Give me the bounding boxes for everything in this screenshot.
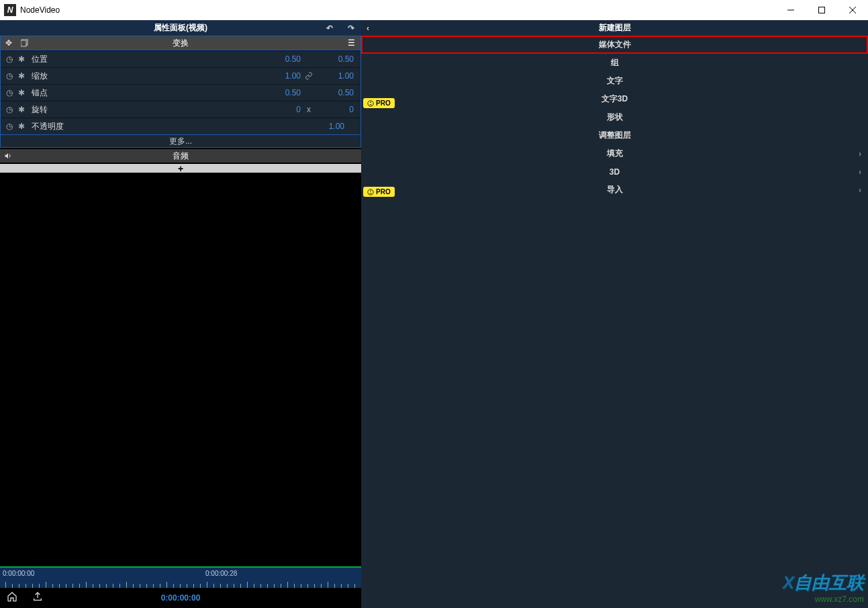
timeline-label-1: 0:00:00:28 xyxy=(205,570,237,577)
export-button[interactable] xyxy=(32,591,43,605)
maximize-button[interactable] xyxy=(806,0,837,20)
svg-point-7 xyxy=(370,101,371,103)
left-panel: 属性面板(视频) ↶ ↷ ✥ 变换 ☰ ◷ ✱ 位置 0.50 0.50 ◷ ✱ xyxy=(0,20,361,608)
property-row-position: ◷ ✱ 位置 0.50 0.50 xyxy=(1,50,360,67)
rotation-sep: x xyxy=(301,105,317,114)
minimize-button[interactable] xyxy=(775,0,806,20)
chevron-right-icon: › xyxy=(859,185,861,195)
menu-item-fill[interactable]: 填充› xyxy=(361,144,868,163)
timeline-label-start: 0:00:00:00 xyxy=(3,570,34,577)
menu-item-adjustment[interactable]: 调整图层 xyxy=(361,126,868,144)
anchor-x-value[interactable]: 0.50 xyxy=(264,88,301,97)
menu-item-shape[interactable]: 形状 xyxy=(361,108,868,126)
close-button[interactable] xyxy=(837,0,868,20)
copy-icon[interactable] xyxy=(17,39,33,47)
position-y-value[interactable]: 0.50 xyxy=(317,54,354,64)
move-icon: ✥ xyxy=(1,38,17,48)
gear-icon[interactable]: ✱ xyxy=(15,105,28,114)
property-row-rotation: ◷ ✱ 旋转 0 x 0 xyxy=(1,101,360,118)
back-button[interactable]: ‹ xyxy=(367,24,369,33)
pro-badge: PRO xyxy=(363,98,395,108)
property-row-scale: ◷ ✱ 缩放 1.00 1.00 xyxy=(1,67,360,84)
right-panel: ‹ 新建图层 媒体文件 组 文字 文字3D 形状 调整图层 填充› 3D› 导入… xyxy=(361,20,868,608)
stopwatch-icon[interactable]: ◷ xyxy=(3,71,15,81)
menu-item-3d[interactable]: 3D› xyxy=(361,163,868,181)
rotation-turns-value[interactable]: 0 xyxy=(264,105,301,114)
scale-label: 缩放 xyxy=(32,71,48,82)
svg-point-6 xyxy=(368,100,373,105)
new-layer-title: 新建图层 xyxy=(599,22,631,34)
gear-icon[interactable]: ✱ xyxy=(15,122,28,131)
audio-label: 音频 xyxy=(173,150,189,162)
menu-item-group[interactable]: 组 xyxy=(361,54,868,72)
add-row-button[interactable]: + xyxy=(0,164,361,173)
pro-badge: PRO xyxy=(363,187,395,197)
gear-icon[interactable]: ✱ xyxy=(15,88,28,97)
app-logo-icon: N xyxy=(4,4,16,16)
transform-label: 变换 xyxy=(173,38,189,49)
scale-x-value[interactable]: 1.00 xyxy=(264,71,301,81)
audio-section-header[interactable]: 音频 xyxy=(0,149,361,163)
new-layer-header: ‹ 新建图层 xyxy=(361,20,868,36)
anchor-label: 锚点 xyxy=(32,87,48,99)
more-button[interactable]: 更多... xyxy=(0,135,361,148)
menu-item-text3d[interactable]: 文字3D xyxy=(361,90,868,108)
stopwatch-icon[interactable]: ◷ xyxy=(3,54,15,64)
preview-area[interactable] xyxy=(0,173,361,566)
gear-icon[interactable]: ✱ xyxy=(15,54,28,64)
window-title: NodeVideo xyxy=(20,5,60,15)
svg-point-8 xyxy=(368,189,373,194)
current-time[interactable]: 0:00:00:00 xyxy=(161,593,201,603)
rotation-deg-value[interactable]: 0 xyxy=(317,105,354,114)
menu-item-media-file[interactable]: 媒体文件 xyxy=(361,36,868,54)
menu-item-text[interactable]: 文字 xyxy=(361,72,868,90)
anchor-y-value[interactable]: 0.50 xyxy=(317,88,354,97)
stopwatch-icon[interactable]: ◷ xyxy=(3,122,15,131)
undo-button[interactable]: ↶ xyxy=(326,24,333,33)
properties-panel-title: 属性面板(视频) xyxy=(154,22,207,34)
svg-point-9 xyxy=(370,190,371,191)
link-icon[interactable] xyxy=(301,72,317,80)
redo-button[interactable]: ↷ xyxy=(348,24,354,33)
property-row-opacity: ◷ ✱ 不透明度 1.00 xyxy=(1,118,360,134)
timeline[interactable]: 0:00:00:00 0:00:00:28 // ticks drawn aft… xyxy=(0,566,361,588)
window-titlebar: N NodeVideo xyxy=(0,0,868,20)
opacity-value[interactable]: 1.00 xyxy=(307,122,344,131)
property-row-anchor: ◷ ✱ 锚点 0.50 0.50 xyxy=(1,84,360,101)
position-label: 位置 xyxy=(32,54,48,65)
chevron-right-icon: › xyxy=(859,167,861,177)
svg-rect-5 xyxy=(21,40,26,46)
chevron-right-icon: › xyxy=(859,149,861,159)
rotation-label: 旋转 xyxy=(32,104,48,116)
speaker-icon xyxy=(0,152,16,160)
watermark: X自由互联 www.xz7.com xyxy=(783,571,864,604)
position-x-value[interactable]: 0.50 xyxy=(264,54,301,64)
opacity-label: 不透明度 xyxy=(32,121,64,132)
gear-icon[interactable]: ✱ xyxy=(15,71,28,81)
properties-panel-header: 属性面板(视频) ↶ ↷ xyxy=(0,20,361,36)
stopwatch-icon[interactable]: ◷ xyxy=(3,88,15,97)
transform-section-header[interactable]: ✥ 变换 ☰ xyxy=(0,36,361,50)
home-button[interactable] xyxy=(7,591,17,605)
menu-item-import[interactable]: 导入› xyxy=(361,181,868,199)
menu-icon[interactable]: ☰ xyxy=(348,38,355,48)
stopwatch-icon[interactable]: ◷ xyxy=(3,105,15,114)
bottom-bar: 0:00:00:00 xyxy=(0,588,361,608)
scale-y-value[interactable]: 1.00 xyxy=(317,71,354,81)
svg-rect-1 xyxy=(819,7,825,13)
